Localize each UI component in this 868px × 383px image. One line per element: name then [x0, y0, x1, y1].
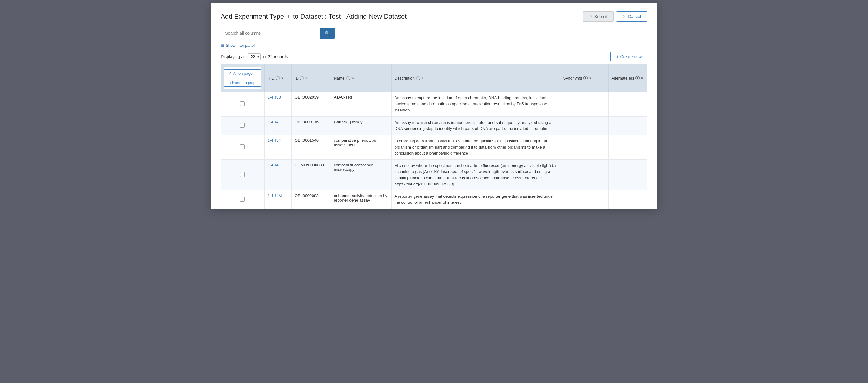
row-checkbox-cell — [221, 135, 264, 160]
row-id: OBI:0000716 — [291, 116, 331, 135]
desc-sort-icon[interactable]: ⇅ — [421, 77, 424, 79]
filter-panel-icon: ▦ — [221, 43, 224, 47]
filter-panel-label: Show filter panel — [226, 43, 255, 47]
all-on-page-button[interactable]: ✓ All on page — [224, 69, 261, 77]
square-icon: □ — [228, 81, 230, 85]
alternate-ids-col-label: Alternate Ids — [612, 76, 634, 81]
name-info-icon[interactable]: i — [346, 76, 350, 80]
name-sort-icon[interactable]: ⇅ — [351, 77, 354, 79]
create-new-button[interactable]: + Create new — [610, 52, 647, 61]
rid-link[interactable]: 1-4H58 — [268, 95, 281, 99]
none-on-page-button[interactable]: □ None on page — [224, 78, 261, 87]
alt-info-icon[interactable]: i — [635, 76, 640, 80]
table-container: ✓ All on page □ None on page — [221, 64, 647, 209]
row-checkbox-cell — [221, 92, 264, 117]
desc-info-icon[interactable]: i — [416, 76, 420, 80]
all-on-page-label: All on page — [233, 71, 253, 76]
records-info: Displaying all 22 10 25 50 of 22 records — [221, 53, 288, 60]
row-description: An assay in which chromatin is immunopre… — [391, 116, 560, 135]
row-rid: 1-4H4P — [264, 116, 291, 135]
id-info-icon[interactable]: i — [300, 76, 304, 80]
id-sort-icon[interactable]: ⇅ — [305, 77, 308, 79]
search-input[interactable] — [221, 28, 320, 38]
modal-title-text: Add Experiment Type — [221, 13, 284, 21]
row-checkbox-cell — [221, 190, 264, 209]
row-synonyms — [560, 135, 608, 160]
row-name: ChIP-seq assay — [331, 116, 391, 135]
synonyms-col-label: Synonyms — [563, 76, 582, 81]
row-synonyms — [560, 190, 608, 209]
th-id: ID i ⇅ — [291, 64, 331, 92]
row-checkbox[interactable] — [240, 123, 245, 128]
records-row: Displaying all 22 10 25 50 of 22 records… — [221, 52, 647, 61]
experiment-type-table: ✓ All on page □ None on page — [221, 64, 647, 209]
row-rid: 1-4H54 — [264, 135, 291, 160]
row-checkbox[interactable] — [240, 172, 245, 177]
row-name: confocal fluorescence microscopy — [331, 160, 391, 190]
of-records-label: of 22 records — [263, 54, 288, 59]
table-row: 1-4H4POBI:0000716ChIP-seq assayAn assay … — [221, 116, 647, 135]
row-description: A reporter gene assay that detects expre… — [391, 190, 560, 209]
header-buttons: ↗ Submit ✕ Cancel — [583, 11, 647, 22]
cancel-x-icon: ✕ — [622, 14, 626, 19]
filter-panel-row: ▦ Show filter panel — [221, 43, 647, 47]
row-name: enhancer activity detection by reporter … — [331, 190, 391, 209]
row-rid: 1-4H4M — [264, 190, 291, 209]
show-filter-panel-link[interactable]: ▦ Show filter panel — [221, 43, 255, 47]
create-new-label: Create new — [620, 54, 642, 59]
alt-sort-icon[interactable]: ⇅ — [641, 77, 643, 79]
th-select: ✓ All on page □ None on page — [221, 64, 264, 92]
row-id: OBI:0002039 — [291, 92, 331, 117]
row-synonyms — [560, 116, 608, 135]
per-page-select[interactable]: 22 10 25 50 — [248, 53, 261, 60]
rid-link[interactable]: 1-4H4J — [268, 163, 281, 167]
rid-sort-icon[interactable]: ⇅ — [281, 77, 284, 79]
table-body: 1-4H58OBI:0002039ATAC-seqAn assay to cap… — [221, 92, 647, 209]
search-row: 🔍 — [221, 28, 647, 39]
row-description: Interpreting data from assays that evalu… — [391, 135, 560, 160]
th-alternate-ids: Alternate Ids i ⇅ — [608, 64, 647, 92]
modal-overlay: Add Experiment Type i to Dataset : Test … — [0, 0, 868, 383]
syn-sort-icon[interactable]: ⇅ — [589, 77, 591, 79]
rid-link[interactable]: 1-4H54 — [268, 138, 281, 142]
per-page-wrapper: 22 10 25 50 — [248, 53, 261, 60]
title-info-icon[interactable]: i — [286, 14, 291, 19]
search-icon: 🔍 — [324, 30, 330, 36]
cancel-button[interactable]: ✕ Cancel — [616, 11, 647, 22]
row-alternate-ids — [608, 92, 647, 117]
rid-link[interactable]: 1-4H4M — [268, 193, 282, 198]
row-description: Microscopy where the specimen can be mad… — [391, 160, 560, 190]
table-header-row: ✓ All on page □ None on page — [221, 64, 647, 92]
check-icon: ✓ — [228, 71, 231, 76]
description-col-label: Description — [395, 76, 415, 81]
row-alternate-ids — [608, 190, 647, 209]
row-alternate-ids — [608, 160, 647, 190]
modal-title-suffix: to Dataset : Test - Adding New Dataset — [293, 13, 407, 21]
search-button[interactable]: 🔍 — [320, 28, 335, 39]
submit-button[interactable]: ↗ Submit — [583, 11, 614, 22]
syn-info-icon[interactable]: i — [584, 76, 588, 80]
submit-icon: ↗ — [589, 14, 592, 19]
th-rid: RID i ⇅ — [264, 64, 291, 92]
none-on-page-label: None on page — [232, 81, 257, 85]
row-checkbox-cell — [221, 116, 264, 135]
row-checkbox[interactable] — [240, 197, 245, 201]
name-col-label: Name — [334, 76, 345, 81]
modal-dialog: Add Experiment Type i to Dataset : Test … — [211, 3, 657, 209]
row-id: CHMO:0000089 — [291, 160, 331, 190]
rid-col-label: RID — [268, 76, 275, 81]
displaying-label: Displaying all — [221, 54, 245, 59]
row-synonyms — [560, 160, 608, 190]
row-alternate-ids — [608, 135, 647, 160]
row-checkbox[interactable] — [240, 144, 245, 149]
row-description: An assay to capture the location of open… — [391, 92, 560, 117]
row-rid: 1-4H58 — [264, 92, 291, 117]
row-checkbox[interactable] — [240, 101, 245, 106]
rid-info-icon[interactable]: i — [276, 76, 280, 80]
row-id: OBI:0002083 — [291, 190, 331, 209]
row-checkbox-cell — [221, 160, 264, 190]
th-synonyms: Synonyms i ⇅ — [560, 64, 608, 92]
create-new-plus-icon: + — [616, 54, 618, 59]
row-name: comparative phenotypic assessment — [331, 135, 391, 160]
rid-link[interactable]: 1-4H4P — [268, 120, 281, 124]
